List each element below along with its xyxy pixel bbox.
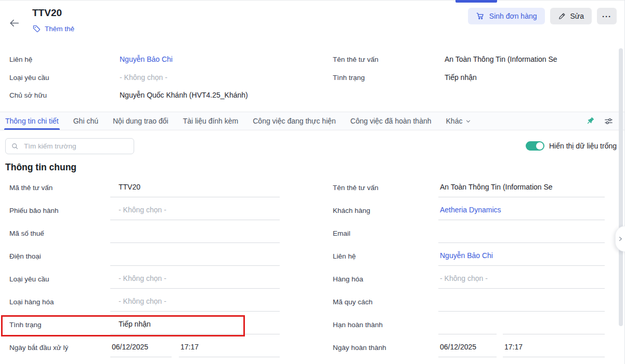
time-input[interactable]: 17:17 — [503, 343, 605, 357]
more-actions-button[interactable]: ··· — [597, 8, 617, 24]
field-value[interactable]: - Không chọn - — [438, 274, 605, 289]
tab-label: Tài liệu đính kèm — [183, 117, 239, 125]
generate-order-label: Sinh đơn hàng — [489, 12, 537, 20]
field-value[interactable] — [438, 228, 605, 243]
field-row-tinh-trang: Tình trạngTiếp nhận — [9, 312, 280, 334]
field-row-lien-he: Liên hệNguyễn Bảo Chi — [333, 243, 605, 266]
summary-label: Tên thẻ tư vấn — [333, 56, 445, 63]
field-value[interactable] — [110, 251, 280, 266]
field-row-ma-the-tu-van: Mã thẻ tư vấnTTV20 — [9, 174, 280, 197]
field-label: Mã thẻ tư vấn — [9, 184, 110, 197]
field-control: - Không chọn - — [110, 206, 280, 220]
field-value[interactable] — [110, 228, 280, 243]
tab-label: Khác — [446, 117, 463, 125]
sliders-icon — [604, 116, 614, 126]
form-right-column: Tên thẻ tư vấnAn Toàn Thông Tin (Informa… — [333, 174, 605, 357]
field-label: Khách hàng — [333, 207, 438, 220]
field-value[interactable]: Tiếp nhận — [110, 320, 280, 334]
summary-value: Nguyễn Quốc Khánh (HVT4.25_Khánh) — [120, 91, 248, 99]
add-tag-link[interactable]: Thêm thẻ — [32, 24, 74, 33]
page-title: TTV20 — [32, 7, 62, 19]
show-empty-data-toggle[interactable] — [526, 141, 544, 151]
tab-label: Nội dung trao đổi — [113, 117, 168, 125]
summary-row-tinh-trang: Tình trạngTiếp nhận — [333, 74, 614, 92]
field-label: Điện thoại — [9, 252, 110, 266]
field-search-input[interactable] — [23, 142, 128, 151]
pin-button[interactable] — [585, 116, 595, 126]
tab-label: Công việc đang thực hiện — [253, 117, 336, 125]
field-row-email: Email — [333, 220, 605, 243]
field-label: Mã số thuế — [9, 230, 110, 243]
tag-icon — [32, 24, 41, 33]
expand-side-panel-button[interactable] — [615, 226, 625, 252]
field-value[interactable]: - Không chọn - — [110, 297, 280, 312]
tab-cong-viec-dang-thuc-hien[interactable]: Công việc đang thực hiện — [253, 112, 336, 130]
tab-cong-viec-da-hoan-thanh[interactable]: Công việc đã hoàn thành — [350, 112, 432, 130]
vertical-scrollbar[interactable] — [619, 48, 623, 326]
tab-label: Thông tin chi tiết — [5, 117, 59, 125]
tab-khac[interactable]: Khác — [446, 112, 472, 130]
field-row-ma-so-thue: Mã số thuế — [9, 220, 280, 243]
search-icon — [11, 142, 19, 150]
field-row-ten-the-tu-van: Tên thẻ tư vấnAn Toàn Thông Tin (Informa… — [333, 174, 605, 197]
field-control: An Toàn Thông Tin (Information Se — [438, 183, 605, 197]
time-input[interactable] — [503, 320, 605, 334]
header-actions: Sinh đơn hàng Sửa ··· — [468, 8, 617, 24]
field-control: 06/12/202517:17 — [438, 343, 605, 357]
cart-icon — [476, 11, 485, 21]
tab-ghi-chu[interactable]: Ghi chú — [73, 112, 98, 130]
add-tag-label: Thêm thẻ — [45, 25, 74, 33]
date-input[interactable]: 06/12/2025 — [110, 343, 172, 357]
field-control — [438, 297, 605, 312]
summary-value-link[interactable]: Nguyễn Bảo Chi — [120, 56, 173, 63]
field-value-link[interactable]: Aetheria Dynamics — [438, 206, 605, 220]
field-value-link[interactable]: Nguyễn Bảo Chi — [438, 251, 605, 266]
summary-label: Liên hệ — [9, 56, 120, 63]
summary-row-ten-the-tu-van: Tên thẻ tư vấnAn Toàn Thông Tin (Informa… — [333, 56, 614, 74]
field-control: Aetheria Dynamics — [438, 206, 605, 220]
generate-order-button[interactable]: Sinh đơn hàng — [468, 8, 545, 24]
summary-value: An Toàn Thông Tin (Information Se — [445, 56, 557, 63]
field-control — [110, 251, 280, 266]
field-value[interactable]: - Không chọn - — [110, 274, 280, 289]
field-label: Phiếu bảo hành — [9, 207, 110, 220]
field-control — [110, 228, 280, 243]
field-row-phieu-bao-hanh: Phiếu bảo hành- Không chọn - — [9, 197, 280, 220]
field-control: - Không chọn - — [110, 274, 280, 289]
field-value[interactable]: An Toàn Thông Tin (Information Se — [438, 183, 605, 197]
field-row-han-hoan-thanh: Hạn hoàn thành — [333, 312, 605, 334]
field-value[interactable]: - Không chọn - — [110, 206, 280, 220]
field-row-khach-hang: Khách hàngAetheria Dynamics — [333, 197, 605, 220]
pencil-icon — [558, 12, 566, 20]
field-control: Nguyễn Bảo Chi — [438, 251, 605, 266]
section-title: Thông tin chung — [5, 162, 76, 173]
tab-thong-tin-chi-tiet[interactable]: Thông tin chi tiết — [5, 112, 59, 130]
field-row-ngay-hoan-thanh: Ngày hoàn thành06/12/202517:17 — [333, 334, 605, 357]
field-label: Mã quy cách — [333, 298, 438, 312]
summary-left-column: Liên hệNguyễn Bảo ChiLoại yêu cầu- Không… — [9, 56, 301, 110]
edit-label: Sửa — [570, 12, 584, 20]
field-label: Loại yêu cầu — [9, 275, 110, 289]
back-button[interactable] — [7, 16, 21, 30]
field-control: TTV20 — [110, 183, 280, 197]
field-label: Hàng hóa — [333, 275, 438, 289]
more-icon: ··· — [602, 12, 611, 21]
field-row-ngay-bat-dau-xu-ly: Ngày bắt đầu xử lý06/12/202517:17 — [9, 334, 280, 357]
date-input[interactable] — [438, 320, 497, 334]
field-value[interactable] — [438, 297, 605, 312]
tab-tai-lieu-dinh-kem[interactable]: Tài liệu đính kèm — [183, 112, 239, 130]
field-control — [438, 320, 605, 334]
field-value[interactable]: TTV20 — [110, 183, 280, 197]
time-input[interactable]: 17:17 — [179, 343, 280, 357]
date-input[interactable]: 06/12/2025 — [438, 343, 497, 357]
field-settings-button[interactable] — [604, 116, 614, 126]
field-control: - Không chọn - — [438, 274, 605, 289]
field-label: Hạn hoàn thành — [333, 321, 438, 334]
summary-value: - Không chọn - — [120, 74, 167, 82]
tab-noi-dung-trao-doi[interactable]: Nội dung trao đổi — [113, 112, 168, 130]
summary-label: Loại yêu cầu — [9, 74, 120, 82]
field-row-ma-quy-cach: Mã quy cách — [333, 289, 605, 312]
edit-button[interactable]: Sửa — [550, 8, 592, 24]
pin-icon — [585, 116, 595, 126]
consultation-card-detail-page: TTV20 Thêm thẻ Sinh đơn hàng Sửa ··· Liê… — [0, 0, 625, 364]
